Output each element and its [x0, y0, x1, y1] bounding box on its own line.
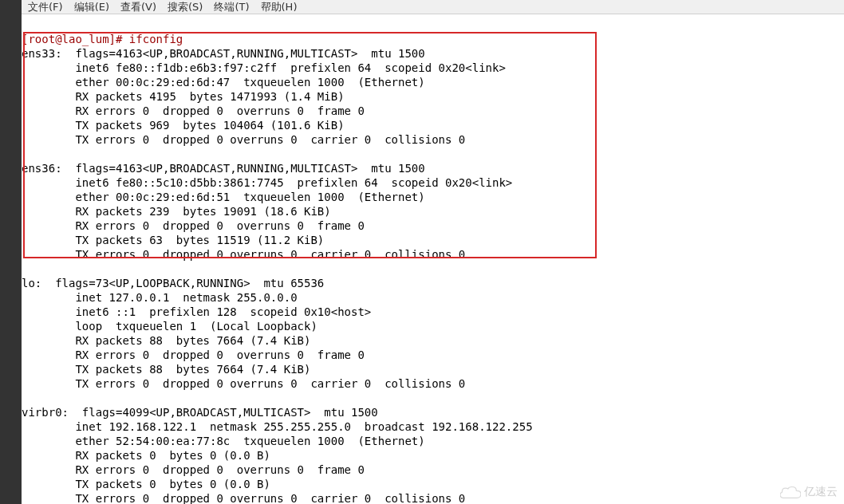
- ens36-ether: ether 00:0c:29:ed:6d:51 txqueuelen 1000 …: [22, 191, 425, 203]
- lo-inet6: inet6 ::1 prefixlen 128 scopeid 0x10<hos…: [22, 305, 371, 318]
- watermark: 亿速云: [780, 484, 838, 500]
- menu-bar: 文件(F) 编辑(E) 查看(V) 搜索(S) 终端(T) 帮助(H): [22, 0, 844, 14]
- ens33-rx-errors: RX errors 0 dropped 0 overruns 0 frame 0: [22, 104, 365, 117]
- ens33-inet6: inet6 fe80::f1db:e6b3:f97:c2ff prefixlen…: [22, 61, 506, 74]
- watermark-text: 亿速云: [804, 485, 838, 499]
- menu-edit[interactable]: 编辑(E): [74, 0, 109, 14]
- virbr0-inet: inet 192.168.122.1 netmask 255.255.255.0…: [22, 420, 533, 433]
- menu-view[interactable]: 查看(V): [120, 0, 156, 14]
- menu-help[interactable]: 帮助(H): [261, 0, 298, 14]
- ens36-rx-errors: RX errors 0 dropped 0 overruns 0 frame 0: [22, 219, 365, 232]
- lo-tx-errors: TX errors 0 dropped 0 overruns 0 carrier…: [22, 377, 465, 390]
- virbr0-tx-errors: TX errors 0 dropped 0 overruns 0 carrier…: [22, 492, 465, 504]
- cloud-icon: [780, 484, 801, 500]
- menu-file[interactable]: 文件(F): [28, 0, 63, 14]
- ens36-rx-packets: RX packets 239 bytes 19091 (18.6 KiB): [22, 205, 331, 218]
- ens33-header: ens33: flags=4163<UP,BROADCAST,RUNNING,M…: [22, 47, 425, 60]
- menu-terminal[interactable]: 终端(T): [214, 0, 249, 14]
- ens33-tx-packets: TX packets 969 bytes 104064 (101.6 KiB): [22, 119, 345, 132]
- lo-rx-errors: RX errors 0 dropped 0 overruns 0 frame 0: [22, 348, 365, 361]
- terminal-output[interactable]: [root@lao_lum]# ifconfig ens33: flags=41…: [22, 18, 844, 504]
- virbr0-tx-packets: TX packets 0 bytes 0 (0.0 B): [22, 478, 270, 490]
- virbr0-header: virbr0: flags=4099<UP,BROADCAST,MULTICAS…: [22, 406, 378, 419]
- menu-search[interactable]: 搜索(S): [168, 0, 203, 14]
- lo-inet: inet 127.0.0.1 netmask 255.0.0.0: [22, 291, 298, 304]
- ens36-tx-packets: TX packets 63 bytes 11519 (11.2 KiB): [22, 234, 324, 246]
- virbr0-rx-packets: RX packets 0 bytes 0 (0.0 B): [22, 449, 270, 462]
- lo-rx-packets: RX packets 88 bytes 7664 (7.4 KiB): [22, 334, 310, 347]
- ens36-tx-errors: TX errors 0 dropped 0 overruns 0 carrier…: [22, 248, 465, 261]
- virbr0-rx-errors: RX errors 0 dropped 0 overruns 0 frame 0: [22, 463, 365, 476]
- virbr0-ether: ether 52:54:00:ea:77:8c txqueuelen 1000 …: [22, 435, 425, 447]
- lo-header: lo: flags=73<UP,LOOPBACK,RUNNING> mtu 65…: [22, 277, 324, 289]
- lo-loop: loop txqueuelen 1 (Local Loopback): [22, 320, 317, 333]
- ens33-tx-errors: TX errors 0 dropped 0 overruns 0 carrier…: [22, 133, 465, 146]
- lo-tx-packets: TX packets 88 bytes 7664 (7.4 KiB): [22, 363, 310, 376]
- ens36-header: ens36: flags=4163<UP,BROADCAST,RUNNING,M…: [22, 162, 425, 175]
- ens36-inet6: inet6 fe80::5c10:d5bb:3861:7745 prefixle…: [22, 176, 512, 189]
- terminal-left-bar: [0, 0, 22, 504]
- prompt-line: [root@lao_lum]# ifconfig: [22, 33, 183, 45]
- ens33-rx-packets: RX packets 4195 bytes 1471993 (1.4 MiB): [22, 90, 345, 103]
- ens33-ether: ether 00:0c:29:ed:6d:47 txqueuelen 1000 …: [22, 76, 425, 89]
